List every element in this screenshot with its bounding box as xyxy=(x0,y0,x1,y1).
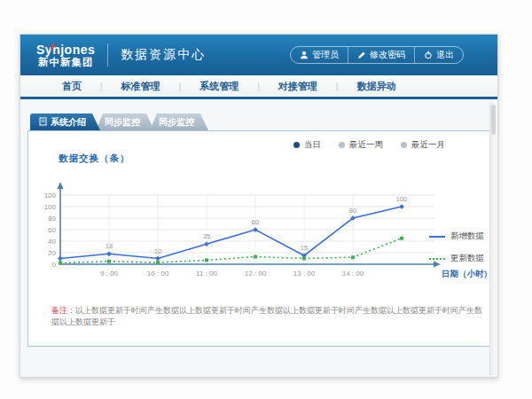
tab-bar: 系统介绍 同步监控 同步监控 xyxy=(27,113,490,130)
vertical-scrollbar[interactable] xyxy=(489,103,497,375)
svg-text:10: 10 xyxy=(154,247,161,255)
svg-text:15: 15 xyxy=(301,244,308,252)
power-icon xyxy=(424,51,433,59)
tab-label: 同步监控 xyxy=(105,116,140,129)
content-panel: 系统介绍 同步监控 同步监控 当日 最近一周 xyxy=(27,113,490,347)
svg-text:20: 20 xyxy=(48,249,56,257)
radio-icon xyxy=(339,142,345,148)
legend-label: 新增数据 xyxy=(450,231,484,242)
page-title: 数据资源中心 xyxy=(121,47,206,63)
change-password-label: 修改密码 xyxy=(370,49,405,61)
logo-wordmark: Synjones xyxy=(36,43,95,57)
svg-text:120: 120 xyxy=(44,192,57,200)
note-text: 以上数据更新于时间产生数据以上数据更新于时间产生数据以上数据更新于时间产生数据以… xyxy=(51,306,482,326)
svg-text:0: 0 xyxy=(52,261,57,269)
time-range-filters: 当日 最近一周 最近一月 xyxy=(28,131,489,151)
svg-text:13 : 00: 13 : 00 xyxy=(293,270,316,278)
radio-icon xyxy=(293,142,300,148)
tab-label: 系统介绍 xyxy=(51,116,86,129)
legend-line-sample xyxy=(429,258,445,260)
chart-y-axis-title: 数据交换（条） xyxy=(59,153,489,165)
logo-company-name: 新中新集团 xyxy=(36,57,95,68)
logout-label: 退出 xyxy=(436,49,454,61)
svg-text:18: 18 xyxy=(106,242,113,250)
chart-area: 数据交换（条） 0204060801001209 : 0010 : 0011 :… xyxy=(34,153,489,293)
nav-item-home[interactable]: 首页 xyxy=(43,75,100,97)
scrollbar-thumb[interactable] xyxy=(491,105,496,135)
tab-label: 同步监控 xyxy=(159,116,194,129)
svg-text:40: 40 xyxy=(48,238,56,246)
svg-text:100: 100 xyxy=(396,195,408,203)
line-chart-svg: 0204060801001209 : 0010 : 0011 : 0012 : … xyxy=(34,165,491,289)
filter-last-week[interactable]: 最近一周 xyxy=(339,139,383,151)
svg-text:100: 100 xyxy=(44,203,57,211)
legend-label: 更新数据 xyxy=(450,253,484,264)
logout-button[interactable]: 退出 xyxy=(414,47,463,63)
panel-body: 当日 最近一周 最近一月 数据交换（条） 0204060801001209 : … xyxy=(27,130,490,347)
nav-item-data-change[interactable]: 数据异动 xyxy=(338,75,414,97)
user-button[interactable]: 管理员 xyxy=(291,47,348,63)
svg-text:80: 80 xyxy=(48,215,56,223)
header: Synjones 新中新集团 数据资源中心 管理员 修改密码 xyxy=(20,35,497,75)
legend-line-sample xyxy=(429,236,445,238)
filter-label: 最近一月 xyxy=(411,139,445,151)
chart-legend: 新增数据 更新数据 xyxy=(429,231,484,264)
svg-text:14 : 00: 14 : 00 xyxy=(342,270,364,278)
filter-label: 当日 xyxy=(304,139,321,151)
nav-item-standard-management[interactable]: 标准管理 xyxy=(103,75,179,97)
logo[interactable]: Synjones 新中新集团 xyxy=(36,42,95,68)
svg-text:10 : 00: 10 : 00 xyxy=(147,270,169,278)
footer-note: 备注：以上数据更新于时间产生数据以上数据更新于时间产生数据以上数据更新于时间产生… xyxy=(51,305,489,328)
svg-text:日期（小时）: 日期（小时） xyxy=(442,269,491,279)
header-actions: 管理员 修改密码 退出 xyxy=(290,46,464,64)
tab-system-intro[interactable]: 系统介绍 xyxy=(30,113,100,130)
filter-today[interactable]: 当日 xyxy=(293,139,321,151)
svg-text:35: 35 xyxy=(203,232,210,240)
change-password-button[interactable]: 修改密码 xyxy=(348,47,414,63)
main-nav: 首页 | 标准管理 | 系统管理 | 对接管理 | 数据异动 xyxy=(20,75,497,99)
header-divider xyxy=(107,43,108,66)
document-icon xyxy=(39,117,47,128)
svg-text:12 : 00: 12 : 00 xyxy=(245,270,267,278)
filter-last-month[interactable]: 最近一月 xyxy=(401,139,445,151)
svg-text:60: 60 xyxy=(252,218,259,226)
user-button-label: 管理员 xyxy=(312,49,339,61)
tab-sync-monitor-1[interactable]: 同步监控 xyxy=(96,113,154,130)
nav-item-interface-management[interactable]: 对接管理 xyxy=(260,75,336,97)
edit-icon xyxy=(357,51,366,59)
legend-item-new-data: 新增数据 xyxy=(429,231,484,242)
user-icon xyxy=(300,51,309,59)
svg-text:11 : 00: 11 : 00 xyxy=(196,270,217,278)
tab-sync-monitor-2[interactable]: 同步监控 xyxy=(150,113,208,130)
legend-item-updated-data: 更新数据 xyxy=(429,253,484,264)
radio-icon xyxy=(401,142,407,148)
nav-item-system-management[interactable]: 系统管理 xyxy=(181,75,257,97)
svg-text:80: 80 xyxy=(349,207,356,215)
filter-label: 最近一周 xyxy=(349,139,383,151)
note-prefix: 备注： xyxy=(51,306,75,315)
svg-text:60: 60 xyxy=(48,226,56,234)
app-window: Synjones 新中新集团 数据资源中心 管理员 修改密码 xyxy=(20,34,498,378)
svg-text:9 : 00: 9 : 00 xyxy=(100,270,119,278)
